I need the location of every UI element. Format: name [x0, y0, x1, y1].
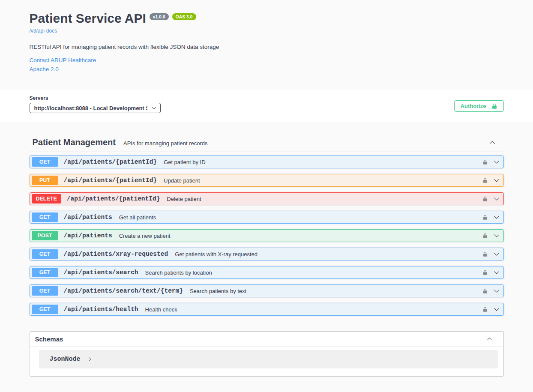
endpoint-path: /api/patients/{patientId} — [67, 195, 160, 202]
chevron-down-icon[interactable] — [494, 251, 500, 257]
schemas-body: JsonNode — [30, 347, 503, 376]
model-name: JsonNode — [50, 356, 81, 363]
version-badge: v1.0.0 — [150, 13, 169, 20]
chevron-down-icon[interactable] — [494, 159, 500, 165]
server-select[interactable]: http://localhost:8088 - Local Developmen… — [30, 103, 161, 113]
oas-badge: OAS 3.0 — [172, 13, 196, 20]
endpoint-path: /api/patients/{patientId} — [64, 159, 157, 165]
lock-icon[interactable] — [481, 306, 490, 313]
page-title: Patient Service APIv1.0.0OAS 3.0 — [30, 11, 504, 25]
chevron-down-icon[interactable] — [494, 233, 500, 239]
endpoint-row[interactable]: GET /api/patients/{patientId} Get patien… — [30, 156, 504, 168]
api-description: RESTful API for managing patient records… — [30, 44, 504, 50]
servers-block: Servers http://localhost:8088 - Local De… — [30, 95, 161, 113]
endpoint-list: GET /api/patients/{patientId} Get patien… — [30, 152, 504, 316]
method-badge: POST — [32, 231, 58, 240]
method-badge: GET — [32, 212, 58, 222]
method-badge: GET — [32, 305, 58, 314]
method-badge: GET — [32, 268, 58, 277]
method-badge: PUT — [32, 176, 58, 185]
endpoint-summary: Get all patients — [119, 214, 156, 221]
chevron-right-icon — [87, 357, 92, 362]
lock-icon[interactable] — [481, 214, 490, 221]
tag-collapse-button[interactable] — [484, 139, 500, 147]
chevron-down-icon[interactable] — [494, 214, 500, 220]
endpoint-row[interactable]: POST /api/patients Create a new patient — [30, 229, 504, 242]
lock-icon[interactable] — [481, 269, 490, 276]
tag-title: Patient Management — [33, 138, 116, 147]
endpoint-row[interactable]: GET /api/patients/health Health check — [30, 303, 504, 316]
info-section: Patient Service APIv1.0.0OAS 3.0 /v3/api… — [0, 0, 533, 90]
method-badge: DELETE — [32, 194, 61, 203]
endpoint-path: /api/patients/xray-requested — [64, 251, 168, 257]
servers-label: Servers — [30, 95, 161, 101]
chevron-down-icon[interactable] — [494, 196, 500, 202]
endpoint-row[interactable]: PUT /api/patients/{patientId} Update pat… — [30, 174, 504, 187]
chevron-down-icon[interactable] — [494, 306, 500, 312]
lock-icon[interactable] — [481, 177, 490, 184]
schemas-title: Schemas — [35, 335, 63, 343]
endpoint-path: /api/patients — [64, 214, 112, 221]
chevron-up-icon — [487, 336, 492, 342]
api-title-text: Patient Service API — [30, 11, 146, 25]
endpoint-summary: Search patients by text — [190, 288, 246, 294]
contact-link[interactable]: Contact ARUP Healthcare — [30, 57, 504, 63]
endpoint-row[interactable]: GET /api/patients Get all patients — [30, 211, 504, 224]
tag-header[interactable]: Patient Management APIs for managing pat… — [30, 133, 504, 152]
endpoint-summary: Search patients by location — [145, 269, 212, 276]
lock-icon[interactable] — [481, 159, 490, 165]
unlock-icon — [491, 103, 497, 110]
tag-section-patient-management: Patient Management APIs for managing pat… — [30, 133, 504, 316]
authorize-label: Authorize — [461, 103, 486, 109]
schemas-header[interactable]: Schemas — [30, 332, 503, 347]
endpoint-path: /api/patients — [64, 232, 112, 239]
lock-icon[interactable] — [481, 251, 490, 257]
endpoint-summary: Get patient by ID — [164, 159, 206, 165]
endpoint-path: /api/patients/{patientId} — [64, 177, 157, 184]
lock-icon[interactable] — [481, 288, 490, 294]
spec-url-link[interactable]: /v3/api-docs — [30, 28, 57, 34]
endpoint-row[interactable]: GET /api/patients/search Search patients… — [30, 266, 504, 279]
endpoint-row[interactable]: DELETE /api/patients/{patientId} Delete … — [30, 192, 504, 205]
chevron-up-icon — [489, 140, 495, 146]
endpoint-summary: Get patients with X-ray requested — [175, 251, 258, 257]
endpoint-summary: Create a new patient — [119, 233, 171, 239]
endpoint-row[interactable]: GET /api/patients/xray-requested Get pat… — [30, 248, 504, 260]
endpoint-path: /api/patients/search/text/{term} — [64, 287, 183, 294]
method-badge: GET — [32, 286, 58, 296]
scheme-container: Servers http://localhost:8088 - Local De… — [0, 90, 533, 122]
license-link[interactable]: Apache 2.0 — [30, 66, 504, 72]
endpoint-summary: Delete patient — [167, 196, 201, 202]
tag-description: APIs for managing patient records — [123, 140, 208, 147]
authorize-button[interactable]: Authorize — [454, 100, 504, 112]
chevron-down-icon[interactable] — [494, 288, 500, 294]
endpoint-summary: Update patient — [164, 177, 200, 184]
operations-area: Patient Management APIs for managing pat… — [0, 122, 533, 392]
chevron-down-icon[interactable] — [494, 269, 500, 275]
chevron-down-icon[interactable] — [494, 177, 500, 183]
schemas-collapse-button[interactable] — [482, 335, 497, 343]
endpoint-summary: Health check — [145, 306, 177, 313]
lock-icon[interactable] — [481, 196, 490, 202]
model-jsonnode[interactable]: JsonNode — [39, 350, 498, 368]
method-badge: GET — [32, 249, 58, 259]
endpoint-path: /api/patients/health — [64, 306, 138, 313]
lock-icon[interactable] — [481, 233, 490, 239]
endpoint-row[interactable]: GET /api/patients/search/text/{term} Sea… — [30, 284, 504, 297]
schemas-section: Schemas JsonNode — [30, 331, 504, 377]
endpoint-path: /api/patients/search — [64, 269, 138, 276]
method-badge: GET — [32, 157, 58, 167]
